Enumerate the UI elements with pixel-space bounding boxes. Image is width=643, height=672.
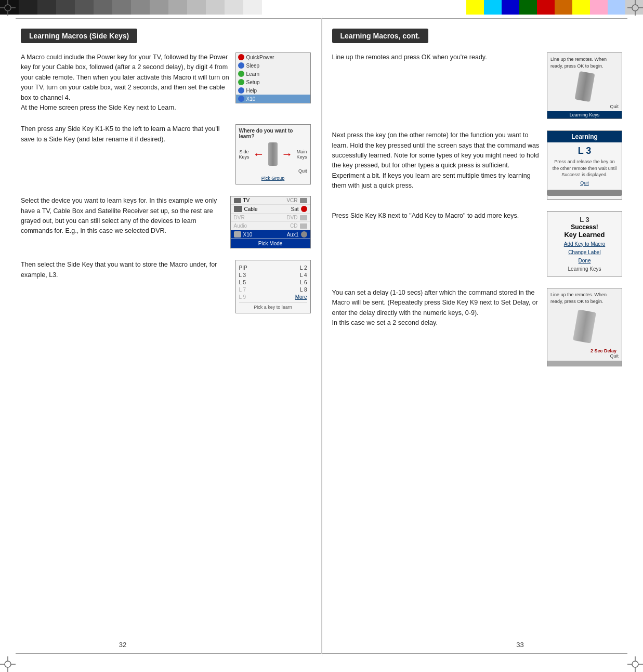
top-color-bar-left [0, 0, 281, 15]
side-keys-label: SideKeys [239, 149, 250, 160]
key-l3: L 3 [239, 272, 246, 278]
right-block2-row: Next press the key (on the other remote)… [332, 130, 623, 200]
color-block [56, 0, 75, 15]
tv-label: TV [243, 197, 271, 203]
key-list-box: PIP L 2 L 3 L 4 L 5 L 6 L 7 L 8 [235, 260, 311, 313]
remote-quit-label: Quit [550, 104, 619, 109]
pick-mode-bar: Pick Mode [231, 239, 310, 248]
learning-title-bar: Learning [547, 131, 622, 142]
left-arrow-icon: ← [253, 148, 265, 161]
menu-item-setup: Setup [236, 78, 310, 86]
right-section-header: Learning Macros, cont. [332, 29, 428, 43]
remote-image [550, 72, 619, 101]
dvr-label: DVR [234, 215, 266, 220]
device-row-x10-aux1: X10 Aux1 [231, 230, 310, 239]
page-container: Learning Macros (Side Keys) A Macro coul… [0, 18, 643, 654]
x10-device-label: X10 [243, 232, 271, 238]
color-block-blue [502, 0, 519, 15]
learn-icon [238, 71, 244, 77]
device-row-tv-vcr: TV VCR [231, 196, 310, 205]
svg-point-10 [5, 661, 11, 667]
color-block [131, 0, 150, 15]
key-l4: L 4 [300, 272, 307, 278]
right-block1-row: Line up the remotes and press OK when yo… [332, 52, 623, 119]
pick-group-box: Where do you want to learn? SideKeys ← →… [235, 124, 311, 185]
setup-icon [238, 79, 244, 85]
right-block2-text: Next press the key (on the other remote)… [332, 130, 542, 191]
device-select-ui: TV VCR Cable Sat DVR DVD [230, 196, 311, 248]
device-select-box: TV VCR Cable Sat DVR DVD [230, 196, 311, 248]
color-block-yellow2 [572, 0, 590, 15]
color-block [168, 0, 187, 15]
learning-keys-label: Learning Keys [552, 266, 618, 272]
block1-text: A Macro could include the Power key for … [21, 52, 230, 113]
crosshair-bl [0, 656, 16, 672]
key-row-5: L 9 More [239, 294, 307, 300]
svg-point-5 [632, 5, 638, 11]
dvd-icon [300, 215, 307, 220]
right-block1-text: Line up the remotes and press OK when yo… [332, 52, 542, 62]
key-more[interactable]: More [295, 294, 307, 300]
color-block [206, 0, 225, 15]
color-block [19, 0, 37, 15]
remote-ready-ui: Line up the remotes. When ready, press O… [547, 52, 622, 119]
dvd-label: DVD [266, 215, 300, 220]
delay-remote-wrapper [550, 308, 619, 345]
success-screen-box: L 3 Success! Key Learned Add Key to Macr… [547, 211, 622, 276]
right-arrow-icon: → [281, 148, 293, 161]
device-row-audio-cd: Audio CD [231, 222, 310, 230]
sleep-icon [238, 62, 244, 69]
aux1-label: Aux1 [271, 232, 301, 238]
device-row-cable-sat: Cable Sat [231, 205, 310, 214]
main-keys-label: MainKeys [296, 149, 307, 160]
vcr-icon [300, 198, 307, 203]
menu-item-sleep: Sleep [236, 61, 310, 70]
right-block3-row: Press Side Key K8 next to "Add Key to Ma… [332, 211, 623, 276]
sat-icon [301, 206, 307, 212]
remote-shape [574, 71, 595, 102]
key-row-2: L 3 L 4 [239, 272, 307, 278]
left-page: Learning Macros (Side Keys) A Macro coul… [0, 18, 322, 654]
delay-ready-text: Line up the remotes. When ready, press O… [550, 292, 619, 305]
learning-screen-box: Learning L 3 Press and release the key o… [547, 130, 622, 200]
x10-device-icon [234, 231, 241, 238]
cable-label: Cable [244, 206, 272, 212]
right-block4-text: You can set a delay (1-10 secs) after wh… [332, 288, 542, 328]
left-page-number: 32 [119, 641, 126, 649]
menu-item-x10: X10 [236, 95, 310, 103]
color-block [112, 0, 131, 15]
delay-box: Line up the remotes. When ready, press O… [547, 288, 622, 366]
color-block-yellow [466, 0, 484, 15]
learning-instruction: Press and release the key on the other r… [550, 159, 619, 178]
svg-point-15 [632, 661, 638, 667]
cable-icon [234, 206, 242, 212]
success-screen-ui: L 3 Success! Key Learned Add Key to Macr… [547, 211, 622, 276]
add-key-to-macro-link[interactable]: Add Key to Macro [552, 241, 618, 247]
delay-remote-shape [573, 310, 596, 344]
crosshair-br [627, 656, 643, 672]
learning-remote-thumbnail [547, 190, 622, 196]
key-list-ui: PIP L 2 L 3 L 4 L 5 L 6 L 7 L 8 [235, 260, 311, 313]
right-page: Learning Macros, cont. Line up the remot… [322, 18, 644, 654]
delay-bottom-bar [547, 361, 622, 366]
menu-item-help: Help [236, 86, 310, 95]
done-link[interactable]: Done [552, 258, 618, 263]
block2-row: Then press any Side Key K1-K5 to the lef… [21, 124, 311, 185]
color-block-pink [590, 0, 608, 15]
key-l8: L 8 [300, 287, 307, 293]
pick-group-bottom: Pick Group [239, 176, 307, 181]
block2-text: Then press any Side Key K1-K5 to the lef… [21, 124, 230, 144]
menu-item-quickpower: QuickPower [236, 53, 310, 61]
key-pip: PIP [239, 265, 247, 271]
color-block-red [537, 0, 555, 15]
color-block-orange [555, 0, 572, 15]
block3-text: Select the device you want to learn keys… [21, 196, 225, 236]
color-block [225, 0, 243, 15]
tv-icon [234, 198, 241, 203]
learning-screen-ui: Learning L 3 Press and release the key o… [547, 130, 622, 200]
learning-quit-link[interactable]: Quit [550, 180, 619, 186]
cd-icon [300, 223, 307, 229]
color-block [75, 0, 94, 15]
key-learned-label: Key Learned [552, 231, 618, 239]
change-label-link[interactable]: Change Label [552, 249, 618, 255]
